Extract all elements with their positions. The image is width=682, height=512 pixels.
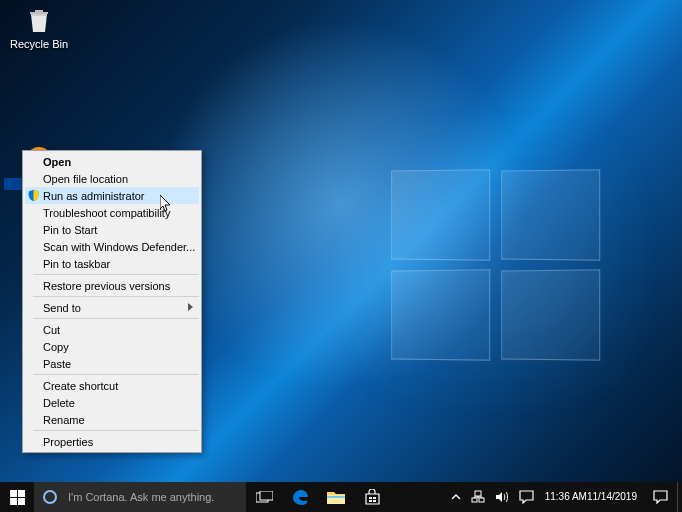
wallpaper-windows-logo bbox=[390, 170, 610, 370]
clock-date: 11/14/2019 bbox=[587, 491, 637, 503]
task-view-button[interactable] bbox=[246, 482, 282, 512]
ctx-separator bbox=[33, 296, 199, 297]
taskbar-app-file-explorer[interactable] bbox=[318, 482, 354, 512]
taskbar-app-edge[interactable] bbox=[282, 482, 318, 512]
svg-rect-1 bbox=[30, 12, 48, 14]
svg-rect-10 bbox=[373, 497, 376, 499]
ctx-pin-to-taskbar[interactable]: Pin to taskbar bbox=[25, 255, 199, 272]
ctx-paste[interactable]: Paste bbox=[25, 355, 199, 372]
ctx-pin-to-start[interactable]: Pin to Start bbox=[25, 221, 199, 238]
chevron-up-icon bbox=[451, 492, 461, 502]
ctx-send-to[interactable]: Send to bbox=[25, 299, 199, 316]
tray-network-button[interactable] bbox=[466, 482, 490, 512]
volume-icon bbox=[495, 490, 509, 504]
ctx-cut[interactable]: Cut bbox=[25, 321, 199, 338]
desktop-icon-recycle-bin[interactable]: Recycle Bin bbox=[4, 4, 74, 50]
uac-shield-icon bbox=[27, 189, 40, 202]
svg-rect-12 bbox=[373, 500, 376, 502]
show-desktop-button[interactable] bbox=[677, 482, 682, 512]
svg-rect-14 bbox=[472, 498, 477, 502]
svg-rect-13 bbox=[475, 491, 481, 496]
ctx-troubleshoot-compatibility[interactable]: Troubleshoot compatibility bbox=[25, 204, 199, 221]
svg-rect-15 bbox=[479, 498, 484, 502]
network-icon bbox=[471, 490, 485, 504]
taskbar-app-store[interactable] bbox=[354, 482, 390, 512]
ctx-create-shortcut[interactable]: Create shortcut bbox=[25, 377, 199, 394]
ctx-separator bbox=[33, 274, 199, 275]
svg-rect-11 bbox=[369, 500, 372, 502]
mouse-cursor-icon bbox=[160, 195, 172, 213]
ctx-open[interactable]: Open bbox=[25, 153, 199, 170]
tray-notifications-button[interactable] bbox=[514, 482, 539, 512]
ctx-separator bbox=[33, 430, 199, 431]
search-placeholder: I'm Cortana. Ask me anything. bbox=[68, 491, 214, 503]
tray-action-center-button[interactable] bbox=[643, 482, 677, 512]
notification-icon bbox=[519, 490, 534, 504]
chevron-right-icon bbox=[188, 303, 193, 311]
edge-icon bbox=[290, 487, 310, 507]
ctx-restore-previous-versions[interactable]: Restore previous versions bbox=[25, 277, 199, 294]
tray-overflow-button[interactable] bbox=[446, 482, 466, 512]
cortana-icon bbox=[42, 489, 58, 505]
store-icon bbox=[364, 489, 381, 506]
context-menu: Open Open file location Run as administr… bbox=[22, 150, 202, 453]
taskbar: I'm Cortana. Ask me anything. bbox=[0, 482, 682, 512]
recycle-bin-icon bbox=[23, 4, 55, 36]
ctx-scan-defender[interactable]: Scan with Windows Defender... bbox=[25, 238, 199, 255]
windows-logo-icon bbox=[10, 489, 25, 504]
ctx-separator bbox=[33, 318, 199, 319]
ctx-copy[interactable]: Copy bbox=[25, 338, 199, 355]
start-button[interactable] bbox=[0, 482, 34, 512]
desktop-icon-label: Recycle Bin bbox=[4, 38, 74, 50]
taskbar-clock[interactable]: 11:36 AM 11/14/2019 bbox=[539, 482, 643, 512]
action-center-icon bbox=[653, 490, 668, 504]
tray-volume-button[interactable] bbox=[490, 482, 514, 512]
ctx-separator bbox=[33, 374, 199, 375]
ctx-delete[interactable]: Delete bbox=[25, 394, 199, 411]
svg-point-5 bbox=[44, 491, 56, 503]
cortana-search-box[interactable]: I'm Cortana. Ask me anything. bbox=[34, 482, 246, 512]
svg-rect-7 bbox=[260, 491, 273, 500]
system-tray: 11:36 AM 11/14/2019 bbox=[446, 482, 682, 512]
desktop[interactable]: Recycle Bin Oper Open Open file location… bbox=[0, 0, 682, 512]
ctx-rename[interactable]: Rename bbox=[25, 411, 199, 428]
ctx-open-file-location[interactable]: Open file location bbox=[25, 170, 199, 187]
folder-icon bbox=[327, 490, 345, 505]
svg-rect-9 bbox=[369, 497, 372, 499]
task-view-icon bbox=[256, 491, 273, 504]
clock-time: 11:36 AM bbox=[545, 491, 587, 503]
ctx-properties[interactable]: Properties bbox=[25, 433, 199, 450]
ctx-run-as-administrator[interactable]: Run as administrator bbox=[25, 187, 199, 204]
svg-rect-8 bbox=[327, 496, 345, 498]
